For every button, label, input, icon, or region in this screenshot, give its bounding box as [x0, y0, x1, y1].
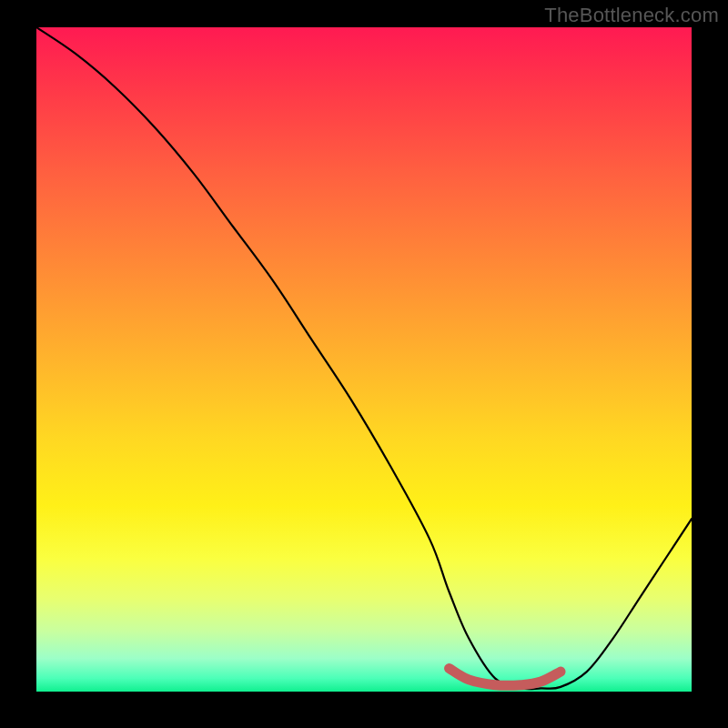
bottleneck-curve [36, 27, 692, 689]
chart-frame: TheBottleneck.com [0, 0, 728, 728]
plot-area [36, 27, 692, 692]
curve-layer [36, 27, 692, 692]
highlight-region [450, 669, 561, 686]
watermark-text: TheBottleneck.com [544, 4, 719, 27]
